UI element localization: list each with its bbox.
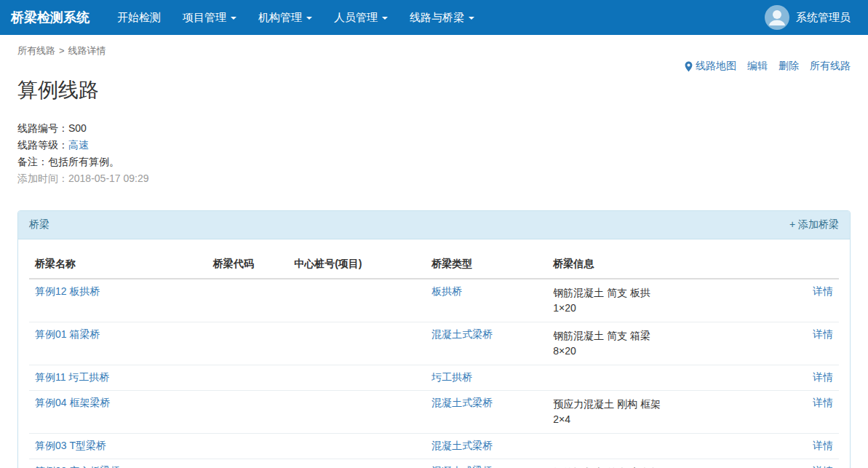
header-bridge-type: 桥梁类型 [426,250,547,279]
bridge-info-cell [547,434,782,459]
nav-item-start-inspection[interactable]: 开始检测 [117,11,161,25]
line-grade-value-link[interactable]: 高速 [68,139,89,151]
chevron-down-icon [231,17,236,20]
center-stake-cell [288,459,426,468]
bridge-type-link[interactable]: 混凝土式梁桥 [431,328,493,340]
bridge-type-link[interactable]: 混凝土式梁桥 [431,397,493,408]
bridge-info-line2: 2×4 [553,412,776,427]
detail-link[interactable]: 详情 [813,285,833,297]
bridge-info-line1: 钢筋混凝土 简支 箱梁 [553,328,776,344]
bridge-info-line1: 钢筋混凝土 简支 空心板 [553,465,776,468]
bridge-code-cell [207,434,288,459]
nav-item-label: 项目管理 [183,11,226,25]
chevron-down-icon [469,17,474,20]
added-time-label: 添加时间： [17,172,68,184]
nav-item-project-management[interactable]: 项目管理 [183,11,236,25]
bridge-code-cell [207,322,288,365]
bridge-info-cell: 钢筋混凝土 简支 板拱 1×20 [547,279,782,322]
user-avatar-icon [765,5,789,30]
detail-link[interactable]: 详情 [813,328,833,340]
bridges-panel-header: 桥梁 + 添加桥梁 [18,211,850,239]
chevron-down-icon [382,17,388,20]
bridges-table: 桥梁名称 桥梁代码 中心桩号(项目) 桥梁类型 桥梁信息 算例12 板拱桥 板拱… [29,250,839,468]
nav-item-label: 线路与桥梁 [410,11,464,25]
table-row: 算例04 框架梁桥 混凝土式梁桥 预应力混凝土 刚构 框架 2×4 详情 [29,391,839,434]
center-stake-cell [288,279,426,322]
user-name: 系统管理员 [796,11,851,25]
remark-row: 备注：包括所有算例。 [17,154,851,170]
bridge-name-link[interactable]: 算例11 圬工拱桥 [35,371,109,383]
panel-title: 桥梁 [29,218,49,231]
line-details: 线路编号：S00 线路等级：高速 备注：包括所有算例。 添加时间：2018-05… [17,120,851,187]
detail-link[interactable]: 详情 [813,397,833,408]
bridge-name-link[interactable]: 算例03 T型梁桥 [35,440,106,451]
top-navbar: 桥梁检测系统 开始检测 项目管理 机构管理 人员管理 线路与桥梁 系统管理员 [0,0,868,35]
bridge-type-link[interactable]: 混凝土式梁桥 [431,465,493,468]
bridges-panel-body: 桥梁名称 桥梁代码 中心桩号(项目) 桥梁类型 桥梁信息 算例12 板拱桥 板拱… [18,239,850,468]
remark-label: 备注： [17,156,48,167]
line-map-label: 线路地图 [696,60,736,73]
bridge-name-link[interactable]: 算例12 板拱桥 [35,285,100,297]
nav-item-lines-and-bridges[interactable]: 线路与桥梁 [410,11,474,25]
table-header-row: 桥梁名称 桥梁代码 中心桩号(项目) 桥梁类型 桥梁信息 [29,250,839,279]
add-bridge-button[interactable]: + 添加桥梁 [789,218,839,231]
bridge-info-cell: 预应力混凝土 刚构 框架 2×4 [547,391,782,434]
chevron-down-icon [306,17,312,20]
breadcrumb-separator: > [59,45,65,56]
bridge-info-line1: 预应力混凝土 刚构 框架 [553,397,776,412]
bridge-info-line1: 钢筋混凝土 简支 板拱 [553,285,776,301]
user-menu[interactable]: 系统管理员 [765,5,851,30]
all-lines-link[interactable]: 所有线路 [810,60,851,73]
line-grade-label: 线路等级： [17,139,68,151]
app-brand[interactable]: 桥梁检测系统 [11,9,89,26]
header-bridge-info: 桥梁信息 [547,250,782,279]
bridge-code-cell [207,391,288,434]
nav-item-label: 开始检测 [117,11,161,25]
bridges-panel: 桥梁 + 添加桥梁 桥梁名称 桥梁代码 中心桩号(项目) 桥梁类型 桥梁信息 [17,210,851,468]
added-time-row: 添加时间：2018-05-17 09:29 [17,170,851,187]
center-stake-cell [288,391,426,434]
bridge-name-link[interactable]: 算例02 空心板梁桥 [35,465,120,468]
bridge-code-cell [207,365,288,391]
table-row: 算例11 圬工拱桥 圬工拱桥 详情 [29,365,839,391]
table-row: 算例03 T型梁桥 混凝土式梁桥 详情 [29,434,839,459]
line-number-row: 线路编号：S00 [17,120,851,137]
delete-link[interactable]: 删除 [779,60,799,73]
bridge-type-link[interactable]: 圬工拱桥 [431,371,472,383]
bridge-type-link[interactable]: 混凝土式梁桥 [431,440,493,451]
detail-link[interactable]: 详情 [813,440,833,451]
center-stake-cell [288,365,426,391]
nav-item-personnel-management[interactable]: 人员管理 [334,11,388,25]
nav-item-organization-management[interactable]: 机构管理 [258,11,312,25]
remark-value: 包括所有算例。 [48,156,119,167]
bridge-code-cell [207,279,288,322]
detail-link[interactable]: 详情 [813,371,833,383]
header-bridge-code: 桥梁代码 [207,250,288,279]
bridge-info-line2: 8×20 [553,344,776,359]
header-bridge-name: 桥梁名称 [29,250,207,279]
nav-item-label: 机构管理 [258,11,302,25]
bridge-name-link[interactable]: 算例04 框架梁桥 [35,397,110,408]
breadcrumb-all-lines[interactable]: 所有线路 [17,45,55,56]
table-row: 算例02 空心板梁桥 混凝土式梁桥 钢筋混凝土 简支 空心板 3×10 详情 [29,459,839,468]
bridge-info-cell: 钢筋混凝土 简支 空心板 3×10 [547,459,782,468]
bridge-type-link[interactable]: 板拱桥 [431,285,462,297]
table-row: 算例12 板拱桥 板拱桥 钢筋混凝土 简支 板拱 1×20 详情 [29,279,839,322]
map-pin-icon [684,61,693,72]
table-row: 算例01 箱梁桥 混凝土式梁桥 钢筋混凝土 简支 箱梁 8×20 详情 [29,322,839,365]
edit-link[interactable]: 编辑 [747,60,768,73]
bridge-info-line2: 1×20 [553,301,776,316]
header-detail [782,250,839,279]
line-number-value: S00 [68,122,87,134]
added-time-value: 2018-05-17 09:29 [68,172,149,184]
line-actions: 线路地图 编辑 删除 所有线路 [17,59,851,74]
page-title: 算例线路 [17,76,851,104]
line-map-link[interactable]: 线路地图 [684,60,736,73]
breadcrumb: 所有线路>线路详情 [17,44,851,57]
center-stake-cell [288,434,426,459]
detail-link[interactable]: 详情 [813,465,833,468]
header-center-stake: 中心桩号(项目) [288,250,426,279]
breadcrumb-current: 线路详情 [68,45,106,56]
bridge-info-cell [547,365,782,391]
bridge-name-link[interactable]: 算例01 箱梁桥 [35,328,100,340]
